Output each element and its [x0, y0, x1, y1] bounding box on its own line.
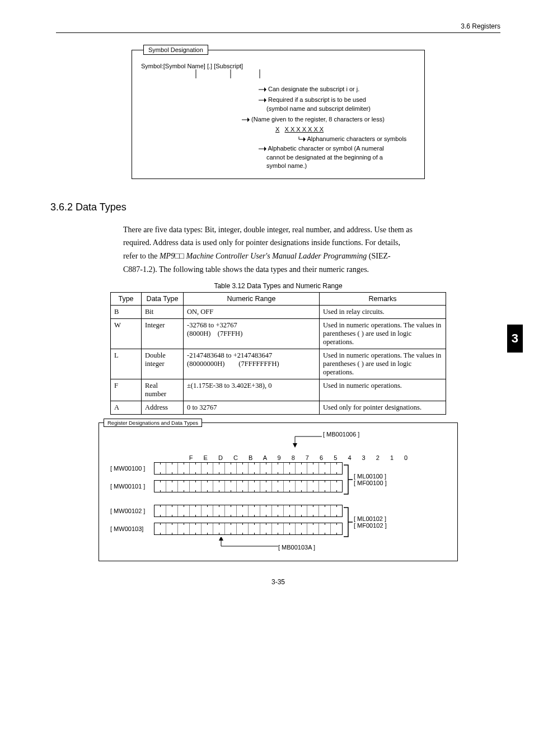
bracket-icon: [343, 505, 354, 539]
diagram2-bit-labels: F E D C B A 9 8 7 6 5 4 3 2 1 0: [155, 454, 446, 461]
diagram1-xline: X X X X X X X X: [275, 125, 415, 134]
reg-label-right: [ MF00100 ]: [354, 480, 387, 486]
diagram1-arrow2: Required if a subscript is to be used (s…: [259, 96, 415, 113]
svg-marker-9: [303, 137, 306, 142]
chapter-tab: 3: [507, 325, 523, 353]
svg-marker-11: [264, 147, 266, 151]
diagram1-format-line: Symbol:[Symbol Name] [.] [Subscript]: [141, 63, 415, 69]
table-row: F Real number ±(1.175E-38 to 3.402E+38),…: [111, 379, 446, 401]
register-row: [ MW00100 ]: [110, 462, 343, 475]
th-datatype: Data Type: [142, 292, 184, 305]
diagram1-arrow2b-text: (symbol name and subscript delimiter): [266, 105, 371, 112]
svg-marker-14: [293, 443, 297, 448]
bit-box: [154, 462, 343, 475]
reg-label-left: [ MW00100 ]: [110, 465, 154, 472]
page-number: 3-35: [56, 578, 500, 586]
reg-label-left: [ MW00103]: [110, 525, 154, 532]
table-row: W Integer -32768 to +32767 (8000H) (7FFF…: [111, 318, 446, 349]
body-paragraph: There are five data types: Bit, integer,…: [123, 223, 500, 276]
diagram1-arrow1-text: Can designate the subscript i or j.: [268, 86, 359, 92]
svg-marker-8: [247, 118, 250, 122]
arrow-down-icon: [278, 433, 323, 448]
diagram2-title: Register Designations and Data Types: [104, 419, 202, 427]
bracket-icon: [343, 463, 354, 496]
diagram2-bottom-label: [ MB00103A ]: [278, 544, 315, 551]
data-types-table: Type Data Type Numeric Range Remarks B B…: [110, 292, 446, 415]
reg-label-left: [ MW00102 ]: [110, 508, 154, 514]
diagram1-arrow2a-text: Required if a subscript is to be used: [268, 96, 366, 103]
reg-label-left: [ MW00101 ]: [110, 483, 154, 490]
table-caption: Table 3.12 Data Types and Numeric Range: [56, 282, 500, 290]
register-row: [ MW00102 ]: [110, 505, 343, 517]
diagram1-arrow5a-text: Alphabetic character or symbol (A numera…: [268, 145, 383, 152]
diagram1-arrow5c-text: symbol name.): [266, 162, 307, 169]
diagram1-arrow5b-text: cannot be designated at the beginning of…: [266, 154, 383, 161]
reg-label-right: [ MF00102 ]: [354, 522, 387, 529]
diagram1-title: Symbol Designation: [143, 45, 208, 55]
diagram2-top-label: [ MB001006 ]: [323, 431, 359, 438]
diagram1-connector-lines: [141, 69, 399, 81]
symbol-designation-diagram: Symbol Designation Symbol:[Symbol Name] …: [132, 50, 425, 179]
reg-label-right: [ ML00100 ]: [354, 473, 387, 480]
register-row: [ MW00101 ]: [110, 480, 343, 492]
diagram1-arrow5: Alphabetic character or symbol (A numera…: [259, 144, 415, 170]
bit-box: [154, 480, 343, 492]
section-heading: 3.6.2 Data Types: [50, 201, 500, 213]
header-rule: [56, 32, 500, 33]
diagram1-arrow4: Alphanumeric characters or symbols: [298, 135, 415, 143]
table-row: L Double integer -2147483648 to +2147483…: [111, 349, 446, 379]
th-range: Numeric Range: [184, 292, 320, 305]
arrow-up-icon: [217, 537, 284, 551]
reg-label-right: [ ML00102 ]: [354, 515, 387, 522]
table-row: A Address 0 to 32767 Used only for point…: [111, 401, 446, 414]
bit-box: [154, 523, 343, 535]
diagram1-arrow3: (Name given to the register, 8 character…: [242, 115, 415, 124]
diagram1-arrow1: Can designate the subscript i or j.: [259, 85, 415, 93]
bit-box: [154, 505, 343, 517]
svg-marker-6: [264, 98, 266, 102]
register-row: [ MW00103]: [110, 523, 343, 535]
header-section-ref: 3.6 Registers: [56, 22, 500, 30]
diagram1-arrow3-text: (Name given to the register, 8 character…: [251, 116, 385, 123]
th-type: Type: [111, 292, 142, 305]
svg-marker-4: [264, 87, 266, 92]
register-designations-diagram: Register Designations and Data Types [ M…: [99, 422, 458, 561]
th-remarks: Remarks: [320, 292, 446, 305]
diagram1-arrow4-text: Alphanumeric characters or symbols: [307, 135, 406, 142]
table-row: B Bit ON, OFF Used in relay circuits.: [111, 305, 446, 318]
